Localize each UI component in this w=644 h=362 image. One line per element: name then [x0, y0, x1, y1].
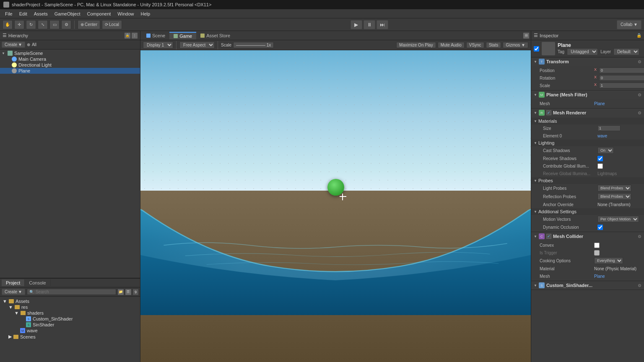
- shader-settings-icon[interactable]: ⚙: [638, 283, 641, 288]
- hierarchy-panel: ☰ Hierarchy 🔒 ⋮ Create ▼ ⊕ All ▼: [0, 31, 140, 278]
- folder-res[interactable]: ▼ res: [8, 304, 138, 310]
- res-folder-icon: [15, 305, 20, 309]
- project-search-input[interactable]: [27, 289, 116, 295]
- cast-shadows-row: Cast Shadows On: [531, 146, 644, 155]
- cooking-options-select[interactable]: Everything: [594, 257, 623, 264]
- display-select[interactable]: Display 1: [143, 41, 173, 49]
- maximize-on-play-button[interactable]: Maximize On Play: [396, 42, 436, 48]
- scene-root-item[interactable]: ▼ SampleScene: [0, 50, 140, 56]
- file-wave[interactable]: M wave: [13, 328, 138, 334]
- mesh-filter-header[interactable]: ▼ M Plane (Mesh Filter) ⚙: [531, 90, 644, 99]
- menu-window[interactable]: Window: [114, 10, 137, 17]
- collider-material-row: Material None (Physic Material): [531, 265, 644, 272]
- hierarchy-menu-icon[interactable]: ⋮: [132, 33, 138, 39]
- scale-slider[interactable]: ——————— 1x: [233, 42, 274, 48]
- file-sinshader[interactable]: S SinShader: [19, 322, 138, 328]
- layer-select[interactable]: Default: [613, 48, 639, 55]
- project-filter-icon[interactable]: ☰: [125, 289, 131, 295]
- light-probes-select[interactable]: Blend Probes: [597, 185, 631, 191]
- lighting-arrow-icon: ▼: [534, 141, 537, 145]
- scale-tool-button[interactable]: ⤡: [38, 20, 48, 29]
- collab-button[interactable]: Collab ▼: [617, 20, 641, 29]
- mesh-collider-arrow-icon: ▼: [534, 235, 537, 238]
- tab-console[interactable]: Console: [25, 279, 50, 286]
- rotate-tool-button[interactable]: ↻: [26, 20, 36, 29]
- menu-component[interactable]: Component: [83, 10, 114, 17]
- folder-shaders[interactable]: ▼ shaders: [13, 310, 138, 316]
- transform-tool-button[interactable]: ⚙: [61, 20, 71, 29]
- menu-help[interactable]: Help: [137, 10, 153, 17]
- additional-settings-section-header[interactable]: ▼ Additional Settings: [531, 208, 644, 215]
- menu-assets[interactable]: Assets: [31, 10, 51, 17]
- reflection-probes-select[interactable]: Blend Probes: [597, 193, 631, 200]
- hierarchy-camera-item[interactable]: Main Camera: [0, 56, 140, 62]
- menu-edit[interactable]: Edit: [16, 10, 31, 17]
- center-button[interactable]: ⊕ Center: [78, 20, 100, 29]
- mesh-collider-header[interactable]: ▼ C Mesh Collider ⚙: [531, 232, 644, 240]
- step-button[interactable]: ⏭: [377, 20, 388, 29]
- play-button[interactable]: ▶: [351, 20, 362, 29]
- receive-shadows-checkbox[interactable]: [597, 156, 603, 161]
- tab-project[interactable]: Project: [2, 279, 25, 286]
- tab-game[interactable]: Game: [169, 32, 196, 39]
- transform-settings-icon[interactable]: ⚙: [638, 59, 641, 64]
- hand-tool-button[interactable]: ✋: [3, 20, 13, 29]
- mesh-collider-enabled-checkbox[interactable]: [546, 234, 551, 239]
- anchor-override-label: Anchor Override: [543, 202, 597, 207]
- mesh-renderer-header[interactable]: ▼ R Mesh Renderer ⚙: [531, 109, 644, 117]
- dynamic-occlusion-checkbox[interactable]: [597, 225, 603, 230]
- rect-tool-button[interactable]: ▭: [49, 20, 60, 29]
- folder-scenes[interactable]: ▶ Scenes: [8, 334, 138, 340]
- cast-shadows-select[interactable]: On: [597, 147, 614, 154]
- move-tool-button[interactable]: ✛: [14, 20, 24, 29]
- pos-x-input[interactable]: [599, 67, 644, 73]
- is-trigger-checkbox: [594, 250, 600, 256]
- file-custom-sinshader[interactable]: S Custom_SinShader: [19, 316, 138, 322]
- materials-size-input[interactable]: [597, 125, 621, 131]
- probes-section-header[interactable]: ▼ Probes: [531, 177, 644, 184]
- rot-x-input[interactable]: [599, 75, 644, 81]
- tab-asset-store[interactable]: Asset Store: [196, 32, 234, 39]
- scene-arrow-icon: ▼: [2, 52, 6, 55]
- menu-gameobject[interactable]: GameObject: [51, 10, 84, 17]
- viewport-collapse-icon[interactable]: ⊟: [523, 33, 529, 39]
- object-active-checkbox[interactable]: [534, 46, 539, 52]
- vsync-button[interactable]: VSync: [466, 42, 484, 48]
- hierarchy-lock-icon[interactable]: 🔒: [125, 33, 130, 39]
- lighting-section-header[interactable]: ▼ Lighting: [531, 140, 644, 146]
- folder-assets[interactable]: ▼ Assets: [2, 298, 138, 304]
- transform-header[interactable]: ▼ T Transform ⚙: [531, 57, 644, 66]
- pause-button[interactable]: ⏸: [364, 20, 375, 29]
- mute-audio-button[interactable]: Mute Audio: [438, 42, 465, 48]
- mesh-filter-settings-icon[interactable]: ⚙: [638, 93, 641, 97]
- inspector-lock-icon[interactable]: 🔒: [636, 33, 641, 38]
- aspect-select[interactable]: Free Aspect: [179, 41, 215, 49]
- scale-x-input[interactable]: [599, 83, 644, 88]
- project-create-button[interactable]: Create ▼: [2, 289, 25, 295]
- shader-header[interactable]: ▼ S Custom_SinShader... ⚙: [531, 281, 644, 290]
- materials-element0-label: Element 0: [543, 134, 597, 138]
- menu-file[interactable]: File: [2, 10, 16, 17]
- materials-section-header[interactable]: ▼ Materials: [531, 118, 644, 124]
- dynamic-occlusion-label: Dynamic Occlusion: [543, 225, 597, 230]
- local-button[interactable]: ⟳ Local: [102, 20, 122, 29]
- stats-button[interactable]: Stats: [486, 42, 501, 48]
- gizmos-button[interactable]: Gizmos ▼: [503, 42, 528, 48]
- tab-scene[interactable]: Scene: [142, 32, 169, 39]
- project-folder-icon[interactable]: 📁: [118, 289, 124, 295]
- mesh-renderer-enabled-checkbox[interactable]: [546, 110, 551, 115]
- hierarchy-light-item[interactable]: Directional Light: [0, 62, 140, 68]
- mesh-renderer-settings-icon[interactable]: ⚙: [638, 111, 641, 115]
- mesh-filter-mesh-value: Plane: [594, 101, 641, 106]
- materials-element0-value: wave: [597, 134, 641, 138]
- object-name: Plane: [558, 42, 639, 48]
- hierarchy-create-button[interactable]: Create ▼: [2, 41, 25, 48]
- mesh-collider-settings-icon[interactable]: ⚙: [638, 234, 641, 239]
- convex-checkbox[interactable]: [594, 243, 600, 248]
- contribute-gi-checkbox[interactable]: [597, 163, 603, 169]
- tag-select[interactable]: Untagged: [567, 48, 598, 55]
- hierarchy-plane-item[interactable]: Plane: [0, 68, 140, 74]
- motion-vectors-select[interactable]: Per Object Motion: [597, 216, 639, 222]
- inspector-icon: ☰: [534, 33, 538, 38]
- mesh-collider-title: Mesh Collider: [553, 234, 636, 239]
